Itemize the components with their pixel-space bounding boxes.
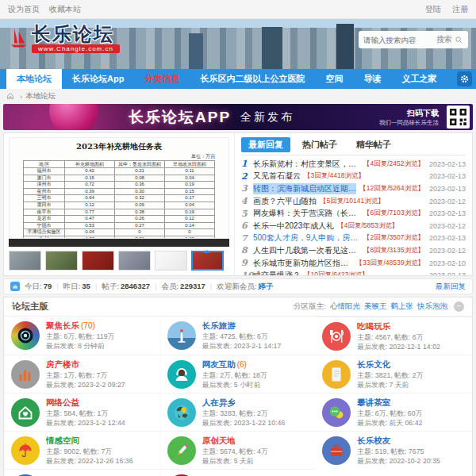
forum-item[interactable]: 吃喝玩乐 主题: 4567, 帖数: 6万 最后发表: 2022-12-1 14… (316, 317, 472, 355)
nav-item[interactable]: 长乐论坛App (62, 69, 134, 89)
carousel-thumbnail-document-photo[interactable] (155, 251, 187, 271)
settings-button[interactable] (457, 71, 472, 86)
auth-link[interactable]: 注册 (452, 5, 468, 13)
forum-title-link[interactable]: 长乐旅游 (202, 321, 236, 330)
collapse-section-button[interactable]: − (454, 301, 464, 312)
forum-title-link[interactable]: 情感空间 (46, 436, 79, 445)
forum-item[interactable]: 长乐旅游 主题: 4725, 帖数: 6万 最后发表: 2023-2-1 14:… (160, 317, 317, 355)
carousel-thumbnail-red-sign-photo[interactable] (82, 251, 114, 271)
post-item[interactable]: 9 长乐城市更新功能片区指挥部已经开会怎么干了，其他片 【33回复/48539浏… (241, 257, 466, 270)
forum-item[interactable]: 长乐汉服爱好者 (160, 469, 317, 476)
forum-item[interactable]: 攀讲茶室 主题: 6万, 帖数: 60万 最后发表: 前天 06:42 (316, 393, 472, 431)
stat-item: 会员:229317 (150, 282, 205, 292)
post-item[interactable]: 3 转图：滨海新城启动区近期航拍图 【12回复/5264浏览】 2023-02-… (241, 182, 466, 195)
post-title-link[interactable]: 成交量爆涨？ (253, 270, 301, 275)
forum-item[interactable]: 情感空间 主题: 9002, 帖数: 7万 最后发表: 2022-12-26 1… (4, 431, 160, 469)
slide-table-title: 2023年补充耕地任务表 (10, 141, 228, 152)
post-item[interactable]: 5 网友爆料：关于营滨路（长乐站段）久未修复的回复 【6回复/7103浏览】 2… (241, 207, 466, 220)
latest-replies-link[interactable]: 最新回复 (436, 282, 466, 292)
post-item[interactable]: 2 又见首石凝云 【3回复/4418浏览】 2023-02-13 (241, 171, 466, 183)
forum-new-count: (70) (81, 321, 95, 330)
forum-item[interactable]: 长乐校友 主题: 519, 帖数: 7675 最后发表: 2022-10-2 2… (316, 431, 472, 469)
forum-item[interactable]: 长乐文化 主题: 3821, 帖数: 2万 最后发表: 7 天前 (316, 355, 472, 393)
post-item[interactable]: 8 人生四十几载第一次看见这种东西 【8回复/3135浏览】 2023-02-1… (241, 244, 466, 257)
news-carousel: 2023年补充耕地任务表 单位：万亩 地 区 补充耕地面积 其中：垦造水田面积 … (4, 133, 235, 275)
stat-item: 今日:79 (25, 282, 52, 292)
table-row: 南平市0.770.380.19 (24, 209, 215, 216)
topbar-link[interactable]: 收藏本站 (49, 5, 81, 13)
forum-title-link[interactable]: 长乐校友 (357, 436, 390, 445)
post-title-link[interactable]: 转图：滨海新城启动区近期航拍图 (253, 183, 356, 194)
post-reply-view-count: 【33回复/48539浏览】 (356, 259, 424, 268)
forum-title-link[interactable]: 人在异乡 (202, 397, 236, 407)
forum-title-link[interactable]: 长乐文化 (357, 359, 390, 369)
post-item[interactable]: 1 长乐新览村：村庄变景区，风景变钱景 【4回复/2452浏览】 2023-02… (241, 158, 466, 171)
forum-title-link[interactable]: 聚焦长乐 (46, 321, 79, 330)
breadcrumb-current[interactable]: 本地论坛 (25, 91, 56, 102)
moderator-link[interactable]: 鹤上张 (391, 301, 414, 312)
forum-title-link[interactable]: 网友互助 (202, 359, 236, 369)
forum-item[interactable]: 网友互助(6) 主题: 2万, 帖数: 18万 最后发表: 5 小时前 (160, 355, 317, 393)
moderator-link[interactable]: 心情阳光 (330, 301, 360, 312)
forum-stats: 主题: 6万, 帖数: 119万 (46, 332, 114, 341)
dining-forum-icon (322, 322, 351, 351)
carousel-thumbnail-people-photo[interactable] (45, 251, 78, 271)
forum-last-post: 最后发表: 2023-1-2 12:44 (46, 418, 125, 428)
moderator-link[interactable]: 美猴王 (364, 301, 387, 312)
carousel-thumbnail-building-photo[interactable] (118, 251, 151, 271)
banner-scan-label: 扫码下载 (379, 108, 439, 119)
post-date: 2023-02-13 (424, 271, 466, 275)
nav-item[interactable]: 本地论坛 (6, 69, 62, 89)
post-title-link[interactable]: 500套人才房，9人申购，房价根据人才类别仅按市场评估 (253, 232, 360, 244)
post-date: 2023-02-13 (424, 234, 466, 242)
carousel-thumbnail-street-photo[interactable] (9, 251, 41, 271)
forum-item[interactable]: 房产楼市 主题: 1万, 帖数: 7万 最后发表: 2023-2-2 09:27 (4, 355, 160, 393)
nav-item[interactable]: 长乐区内二级以上公立医院 (190, 69, 315, 89)
nav-item[interactable]: 分类信息 (134, 69, 190, 89)
post-title-link[interactable]: 长乐一中2023年成人礼 (253, 221, 334, 232)
forum-title-link[interactable]: 吃喝玩乐 (357, 321, 390, 331)
post-item[interactable]: 6 长乐一中2023年成人礼 【4回复/5853浏览】 2023-02-12 (241, 220, 466, 232)
post-item[interactable]: 10 成交量爆涨？ 【10回复/6423浏览】 2023-02-13 (241, 269, 466, 275)
auth-link[interactable]: 登陆 (425, 5, 441, 13)
post-item[interactable]: 7 500套人才房，9人申购，房价根据人才类别仅按市场评估 【2回复/3507浏… (241, 232, 466, 245)
forum-title-link[interactable]: 网络公益 (46, 397, 79, 407)
post-reply-view-count: 【6回复/7103浏览】 (363, 209, 424, 218)
nav-item[interactable]: 义工之家 (391, 69, 447, 89)
search-button[interactable]: 搜索 (436, 34, 463, 45)
charity-forum-icon (11, 398, 40, 427)
post-date: 2023-02-12 (424, 198, 466, 205)
post-title-link[interactable]: 网友爆料：关于营滨路（长乐站段）久未修复的回复 (253, 208, 360, 219)
forum-new-count: (6) (237, 360, 247, 369)
posts-tab[interactable]: 最新回复 (241, 137, 290, 152)
app-promo-banner[interactable]: 长乐论坛APP 全新发布 扫码下载 我们一同品味长乐生活 (3, 104, 473, 130)
home-icon[interactable] (6, 92, 14, 100)
site-logo[interactable]: 长乐论坛 www.Changle.com.cn (6, 24, 120, 53)
forum-item[interactable]: 聚焦长乐(70) 主题: 6万, 帖数: 119万 最后发表: 8 分钟前 (4, 317, 160, 355)
search-box[interactable]: 搜索 (359, 31, 468, 48)
carousel-thumbnail-hall-photo[interactable] (191, 251, 224, 271)
topbar-link[interactable]: 设为首页 (8, 5, 40, 13)
post-item[interactable]: 4 画质？六平山随拍 【5回复/10141浏览】 2023-02-12 (241, 195, 466, 208)
forum-item[interactable]: 人在异乡 主题: 3283, 帖数: 2万 最后发表: 2023-1-22 10… (160, 393, 317, 431)
forum-item[interactable]: 长乐旗袍爱好者 (4, 469, 160, 476)
forum-item[interactable]: 网络公益 主题: 584, 帖数: 1万 最后发表: 2023-1-2 12:4… (4, 393, 160, 431)
post-title-link[interactable]: 长乐城市更新功能片区指挥部已经开会怎么干了，其他片 (253, 258, 353, 269)
nav-item[interactable]: 空间 (315, 69, 353, 89)
search-input[interactable] (363, 36, 436, 44)
nav-item[interactable]: 导读 (353, 69, 391, 89)
forum-title-link[interactable]: 攀讲茶室 (357, 397, 390, 407)
posts-tab[interactable]: 精华帖子 (349, 137, 398, 152)
post-title-link[interactable]: 长乐新览村：村庄变景区，风景变钱景 (253, 159, 360, 170)
forum-item[interactable]: 原创天地 主题: 5674, 帖数: 4万 最后发表: 5 天前 (160, 431, 317, 469)
carousel-slide[interactable]: 2023年补充耕地任务表 单位：万亩 地 区 补充耕地面积 其中：垦造水田面积 … (9, 137, 229, 239)
forum-title-link[interactable]: 房产楼市 (46, 359, 79, 369)
post-title-link[interactable]: 画质？六平山随拍 (253, 196, 317, 207)
site-title: 长乐论坛 (32, 24, 120, 44)
moderator-link[interactable]: 快乐泡泡 (417, 301, 447, 312)
post-title-link[interactable]: 又见首石凝云 (253, 171, 301, 182)
forum-last-post: 最后发表: 2022-10-2 20:35 (357, 456, 440, 466)
forum-title-link[interactable]: 原创天地 (202, 436, 236, 445)
posts-tab[interactable]: 热门帖子 (295, 137, 344, 152)
post-title-link[interactable]: 人生四十几载第一次看见这种东西 (253, 245, 360, 256)
